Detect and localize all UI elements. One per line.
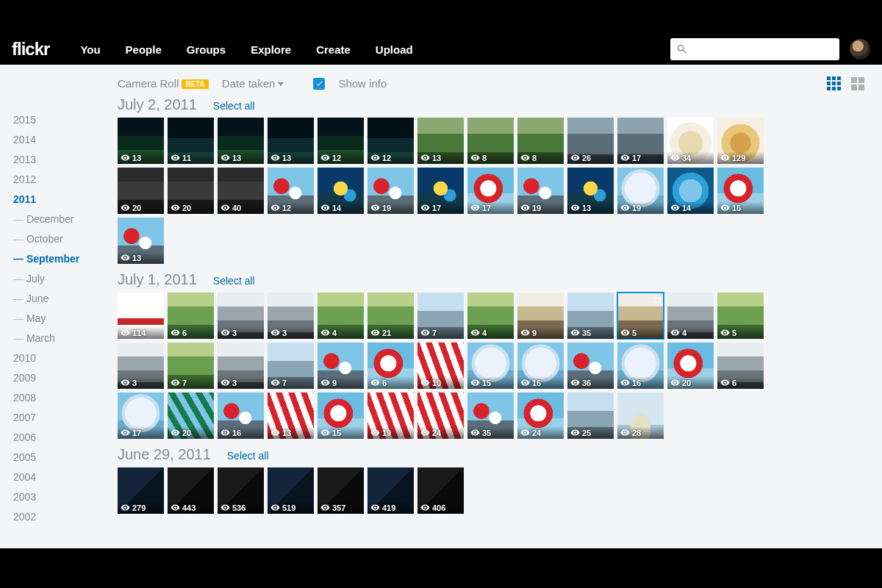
photo-thumb[interactable]: 15 [318,392,364,439]
photo-thumb[interactable]: 4 [318,293,364,339]
photo-thumb[interactable]: 10 [417,343,464,389]
date-taken-dropdown[interactable]: Date taken [222,77,284,90]
photo-thumb[interactable]: 17 [467,168,514,214]
photo-thumb[interactable]: 16 [517,343,564,389]
sidebar-year-2002[interactable]: 2002 [13,507,118,527]
sidebar-year-2015[interactable]: 2015 [13,110,118,130]
sidebar-month-october[interactable]: October [13,229,118,249]
photo-thumb[interactable]: 3 [218,343,264,389]
sidebar-year-2014[interactable]: 2014 [13,130,118,150]
photo-thumb[interactable]: 6 [168,293,214,339]
photo-thumb[interactable]: 19 [517,168,564,214]
sidebar-year-2009[interactable]: 2009 [13,368,118,388]
photo-thumb[interactable]: 19 [617,168,664,214]
sidebar-month-september[interactable]: September [13,249,118,269]
select-all-link[interactable]: Select all [213,275,255,287]
photo-thumb[interactable]: 7 [168,343,214,389]
sidebar-year-2006[interactable]: 2006 [13,428,118,448]
photo-thumb[interactable]: 20 [168,392,214,439]
photo-thumb[interactable]: 7 [268,343,314,389]
photo-thumb[interactable]: 14 [318,168,364,214]
photo-thumb[interactable]: 34 [667,118,714,164]
photo-thumb[interactable]: 5 [717,293,764,339]
photo-thumb[interactable]: 13 [118,118,164,164]
photo-thumb[interactable]: 8 [467,118,514,164]
nav-item-people[interactable]: People [126,43,162,56]
sidebar-month-december[interactable]: December [13,209,118,229]
logo[interactable]: flickr [12,39,49,60]
photo-thumb[interactable]: 13 [268,118,314,164]
photo-thumb[interactable]: 17 [617,118,664,164]
select-all-link[interactable]: Select all [227,450,269,462]
sidebar-month-june[interactable]: June [13,289,118,309]
photo-thumb[interactable]: 13 [118,218,164,264]
photo-thumb[interactable]: 21 [368,293,414,339]
photo-thumb[interactable]: 536 [218,467,264,514]
sidebar-year-2012[interactable]: 2012 [13,170,118,190]
photo-thumb[interactable]: 357 [318,467,364,514]
photo-thumb[interactable]: 5 [617,293,664,339]
expand-button[interactable] [653,295,662,303]
photo-thumb[interactable]: 20 [118,168,164,214]
photo-thumb[interactable]: 14 [667,168,714,214]
sidebar-year-2003[interactable]: 2003 [13,487,118,507]
photo-thumb[interactable]: 8 [517,118,564,164]
select-all-link[interactable]: Select all [213,100,255,112]
sidebar-year-2004[interactable]: 2004 [13,467,118,487]
sidebar-year-2011[interactable]: 2011 [13,190,118,209]
sidebar-month-march[interactable]: March [13,329,118,348]
photo-thumb[interactable]: 7 [417,293,464,339]
photo-thumb[interactable]: 13 [417,118,464,164]
sidebar-year-2008[interactable]: 2008 [13,388,118,408]
photo-thumb[interactable]: 28 [617,392,664,439]
photo-thumb[interactable]: 13 [268,392,314,439]
photo-thumb[interactable]: 406 [417,467,464,514]
photo-thumb[interactable]: 17 [417,168,464,214]
photo-thumb[interactable]: 419 [368,467,414,514]
photo-thumb[interactable]: 15 [467,343,514,389]
photo-thumb[interactable]: 16 [218,392,264,439]
photo-thumb[interactable]: 4 [667,293,714,339]
view-large-grid-button[interactable] [851,77,864,90]
nav-item-you[interactable]: You [80,43,100,56]
photo-thumb[interactable]: 13 [218,118,264,164]
photo-thumb[interactable]: 114 [118,293,164,339]
photo-thumb[interactable]: 20 [168,168,214,214]
sidebar-month-may[interactable]: May [13,309,118,329]
photo-thumb[interactable]: 17 [118,392,164,439]
photo-thumb[interactable]: 11 [168,118,214,164]
photo-thumb[interactable]: 9 [517,293,564,339]
photo-thumb[interactable]: 519 [268,467,314,514]
photo-thumb[interactable]: 24 [417,392,464,439]
photo-thumb[interactable]: 3 [268,293,314,339]
photo-thumb[interactable]: 25 [567,392,614,439]
photo-thumb[interactable]: 35 [467,392,514,439]
photo-thumb[interactable]: 3 [118,343,164,389]
search-input[interactable] [670,38,839,60]
sidebar-year-2013[interactable]: 2013 [13,150,118,170]
sidebar-year-2005[interactable]: 2005 [13,448,118,467]
photo-thumb[interactable]: 20 [667,343,714,389]
photo-thumb[interactable]: 40 [218,168,264,214]
sidebar-month-july[interactable]: July [13,269,118,289]
nav-item-upload[interactable]: Upload [376,43,413,56]
photo-thumb[interactable]: 279 [118,467,164,514]
view-small-grid-button[interactable] [827,76,841,90]
nav-item-explore[interactable]: Explore [251,43,291,56]
photo-thumb[interactable]: 16 [617,343,664,389]
photo-thumb[interactable]: 35 [567,293,614,339]
nav-item-groups[interactable]: Groups [187,43,226,56]
photo-thumb[interactable]: 26 [567,118,614,164]
photo-thumb[interactable]: 16 [717,168,764,214]
sidebar-year-2007[interactable]: 2007 [13,408,118,428]
photo-thumb[interactable]: 129 [717,118,764,164]
photo-thumb[interactable]: 443 [168,467,214,514]
photo-thumb[interactable]: 9 [318,343,364,389]
photo-thumb[interactable]: 6 [368,343,414,389]
photo-thumb[interactable]: 3 [218,293,264,339]
photo-thumb[interactable]: 12 [268,168,314,214]
photo-thumb[interactable]: 19 [368,168,414,214]
photo-thumb[interactable]: 36 [567,343,614,389]
photo-thumb[interactable]: 13 [567,168,614,214]
photo-thumb[interactable]: 12 [368,118,414,164]
